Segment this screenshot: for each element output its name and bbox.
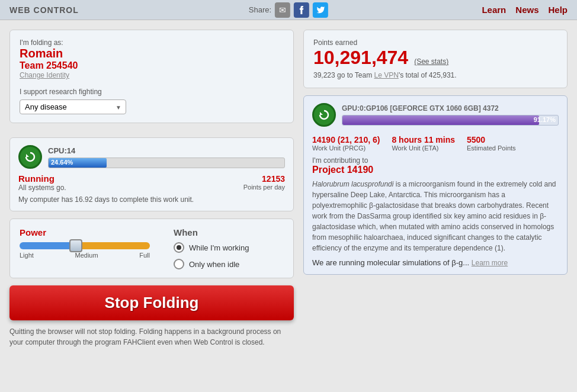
radio-while-working[interactable]: While I'm working — [174, 242, 249, 253]
app-title: WEB CONTROL — [9, 5, 79, 15]
identity-support: I support research fighting Any disease … — [20, 88, 126, 114]
wu-info-row: 14190 (21, 210, 6) Work Unit (PRCG) 8 ho… — [312, 130, 559, 152]
team-name: Team 254540 — [20, 60, 78, 71]
share-facebook-icon[interactable] — [294, 2, 309, 18]
gpu-header: GPU:0:GP106 [GEFORCE GTX 1060 6GB] 4372 … — [312, 103, 559, 127]
project-desc-text: is a microorganism found in the extremel… — [312, 180, 556, 252]
cpu-label: CPU:14 — [48, 146, 285, 155]
gpu-label: GPU:0:GP106 [GEFORCE GTX 1060 6GB] 4372 — [342, 104, 559, 113]
wu-id-block: 14190 (21, 210, 6) Work Unit (PRCG) — [312, 135, 380, 152]
power-when-row: Power Light Medium Full When — [20, 227, 284, 269]
slider-medium: Medium — [75, 252, 98, 259]
wu-points-block: 5500 Estimated Points — [467, 135, 516, 152]
see-stats-link[interactable]: (See stats) — [414, 57, 448, 66]
cpu-header: CPU:14 24.64% — [18, 145, 285, 169]
project-more-text: We are running molecular simulations of … — [312, 258, 469, 267]
wu-eta-label: Work Unit (ETA) — [392, 144, 455, 152]
gpu-progress-bar: 91.17% — [342, 115, 559, 126]
contributing-section: I'm contributing to Project 14190 Haloru… — [312, 156, 559, 267]
slider-light: Light — [20, 252, 34, 259]
power-slider-track — [20, 242, 150, 249]
points-team-suffix: 's total of 425,931. — [399, 71, 457, 79]
project-more-row: We are running molecular simulations of … — [312, 258, 559, 267]
support-label: I support research fighting — [20, 88, 126, 96]
header: WEB CONTROL Share: ✉ Learn News Help — [0, 0, 577, 20]
when-block: When While I'm working Only when idle — [174, 227, 249, 269]
cpu-progress-wrapper: CPU:14 24.64% — [48, 146, 285, 168]
share-email-icon[interactable]: ✉ — [275, 2, 290, 18]
wu-eta-block: 8 hours 11 mins Work Unit (ETA) — [392, 135, 455, 152]
identity-left: I'm folding as: Romain Team 254540 Chang… — [20, 38, 78, 79]
learn-more-link[interactable]: Learn more — [472, 259, 508, 267]
points-team-info: 39,223 go to Team Le VPN's total of 425,… — [313, 71, 557, 79]
nav-learn[interactable]: Learn — [482, 5, 506, 15]
user-name: Romain — [20, 47, 78, 60]
share-label: Share: — [249, 5, 271, 14]
when-title: When — [174, 227, 249, 237]
points-team-prefix: 39,223 go to Team — [313, 71, 374, 79]
quit-notice: Quitting the browser will not stop foldi… — [9, 326, 294, 348]
points-section: Points earned 10,291,474 (See stats) 39,… — [303, 30, 568, 88]
contributing-label: I'm contributing to — [312, 156, 559, 165]
cpu-progress-text: 24.64% — [51, 159, 73, 166]
gpu-progress-text: 91.17% — [534, 116, 556, 123]
when-radio-group: While I'm working Only when idle — [174, 242, 249, 269]
stop-folding-button[interactable]: Stop Folding — [9, 285, 294, 320]
cpu-status-row: Running All systems go. 12153 Points per… — [18, 173, 285, 192]
change-identity-link[interactable]: Change Identity — [20, 71, 78, 79]
cpu-points-right: 12153 Points per day — [243, 174, 285, 191]
radio-while-working-label: While I'm working — [189, 243, 249, 252]
disease-select[interactable]: Any disease Cancer Alzheimer's Parkinson… — [20, 99, 126, 114]
power-section: Power Light Medium Full When — [9, 219, 294, 278]
cpu-progress-bar: 24.64% — [48, 158, 285, 168]
cpu-section: CPU:14 24.64% Running All systems go. 12… — [9, 137, 294, 211]
cpu-status: Running — [18, 173, 66, 184]
main-content: I'm folding as: Romain Team 254540 Chang… — [0, 20, 577, 357]
points-value: 10,291,474 — [313, 47, 408, 69]
points-row: 10,291,474 (See stats) — [313, 47, 557, 69]
power-slider-thumb[interactable] — [69, 239, 82, 252]
left-panel: I'm folding as: Romain Team 254540 Chang… — [9, 30, 294, 348]
power-title: Power — [20, 227, 150, 237]
share-twitter-icon[interactable] — [313, 2, 328, 18]
cpu-refresh-button[interactable] — [18, 145, 42, 169]
share-section: Share: ✉ — [249, 2, 328, 18]
main-nav: Learn News Help — [482, 5, 568, 15]
right-panel: Points earned 10,291,474 (See stats) 39,… — [303, 30, 568, 348]
disease-select-wrapper[interactable]: Any disease Cancer Alzheimer's Parkinson… — [20, 99, 126, 114]
cpu-status-detail: All systems go. — [18, 184, 66, 192]
cpu-points-label: Points per day — [243, 184, 285, 191]
slider-labels: Light Medium Full — [20, 252, 150, 259]
radio-only-idle-label: Only when idle — [189, 260, 239, 269]
team-link[interactable]: Le VPN — [374, 71, 399, 79]
wu-eta: 8 hours 11 mins — [392, 135, 455, 144]
power-slider-container: Light Medium Full — [20, 242, 150, 259]
gpu-refresh-button[interactable] — [312, 103, 336, 127]
nav-news[interactable]: News — [515, 5, 538, 15]
radio-while-working-circle[interactable] — [174, 242, 184, 253]
slider-full: Full — [139, 252, 150, 259]
gpu-section: GPU:0:GP106 [GEFORCE GTX 1060 6GB] 4372 … — [303, 95, 568, 275]
folding-as-label: I'm folding as: — [20, 38, 78, 47]
wu-id-label: Work Unit (PRCG) — [312, 144, 380, 152]
compute-info: My computer has 16.92 days to complete t… — [18, 195, 285, 204]
wu-estimated-points: 5500 — [467, 135, 516, 144]
gpu-progress-fill — [342, 115, 539, 125]
wu-id: 14190 (21, 210, 6) — [312, 135, 380, 144]
cpu-points-per-day: 12153 — [243, 174, 285, 184]
project-description: Halorubrum lacusprofundi is a microorgan… — [312, 179, 559, 253]
gpu-progress-wrapper: GPU:0:GP106 [GEFORCE GTX 1060 6GB] 4372 … — [342, 104, 559, 126]
organism-name: Halorubrum lacusprofundi — [312, 180, 393, 188]
points-label: Points earned — [313, 38, 557, 47]
nav-help[interactable]: Help — [548, 5, 568, 15]
cpu-status-left: Running All systems go. — [18, 173, 66, 192]
radio-only-idle[interactable]: Only when idle — [174, 259, 249, 269]
wu-points-label: Estimated Points — [467, 144, 516, 152]
power-block: Power Light Medium Full — [20, 227, 150, 269]
identity-section: I'm folding as: Romain Team 254540 Chang… — [9, 30, 294, 123]
project-name: Project 14190 — [312, 165, 559, 175]
radio-only-idle-circle[interactable] — [174, 259, 184, 269]
